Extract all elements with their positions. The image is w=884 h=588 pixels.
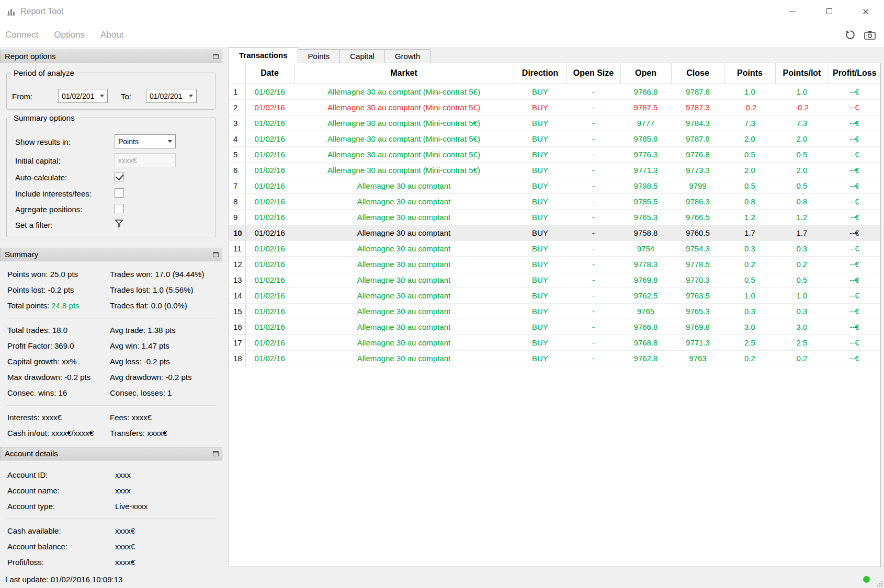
transaction-row-8[interactable]: 801/02/16Allemagne 30 au comptantBUY-978… bbox=[229, 193, 880, 209]
cell-market: Allemagne 30 au comptant bbox=[294, 319, 514, 335]
cell-profit: --€ bbox=[829, 131, 880, 146]
resize-grip[interactable] bbox=[877, 581, 883, 587]
transaction-row-11[interactable]: 1101/02/16Allemagne 30 au comptantBUY-97… bbox=[229, 240, 880, 256]
menu-about[interactable]: About bbox=[100, 30, 123, 40]
cell-close: 9787.8 bbox=[671, 131, 724, 146]
cell-market: Allemagne 30 au comptant bbox=[294, 209, 514, 225]
account-field-label: Cash available: bbox=[7, 523, 115, 539]
auto-calculate-checkbox[interactable] bbox=[115, 172, 124, 181]
cell-open_size: - bbox=[566, 225, 620, 240]
show-results-value: Points bbox=[118, 137, 139, 146]
minimize-button[interactable] bbox=[774, 0, 811, 22]
cell-points_lot: 3.0 bbox=[775, 319, 829, 335]
cell-close: 9771.3 bbox=[671, 335, 724, 350]
cell-open: 9786.8 bbox=[620, 84, 671, 99]
column-header-market[interactable]: Market bbox=[294, 63, 514, 84]
include-interests-checkbox[interactable] bbox=[115, 188, 124, 198]
agregate-positions-checkbox[interactable] bbox=[115, 204, 124, 213]
transaction-row-13[interactable]: 1301/02/16Allemagne 30 au comptantBUY-97… bbox=[229, 272, 880, 287]
summary-stat: Capital growth: xx% bbox=[7, 354, 110, 370]
menu-connect[interactable]: Connect bbox=[5, 30, 38, 40]
cell-market: Allemagne 30 au comptant (Mini-contrat 5… bbox=[294, 162, 514, 178]
column-header-open[interactable]: Open bbox=[620, 63, 671, 84]
filter-icon[interactable] bbox=[114, 218, 124, 228]
transaction-row-2[interactable]: 201/02/16Allemagne 30 au comptant (Mini-… bbox=[229, 99, 880, 115]
cell-open: 9754 bbox=[620, 240, 671, 256]
transaction-row-15[interactable]: 1501/02/16Allemagne 30 au comptantBUY-97… bbox=[229, 303, 880, 319]
transaction-row-17[interactable]: 1701/02/16Allemagne 30 au comptantBUY-97… bbox=[229, 335, 880, 350]
transaction-row-14[interactable]: 1401/02/16Allemagne 30 au comptantBUY-97… bbox=[229, 287, 880, 303]
to-date-combobox[interactable]: 01/02/201 bbox=[146, 89, 197, 103]
column-header-points[interactable]: Points bbox=[724, 63, 775, 84]
column-header-profit-loss[interactable]: Profit/Loss bbox=[829, 63, 880, 84]
show-results-combobox[interactable]: Points bbox=[115, 134, 176, 148]
cell-profit: --€ bbox=[829, 303, 880, 319]
row-number: 11 bbox=[229, 240, 245, 256]
maximize-button[interactable] bbox=[811, 0, 847, 22]
cell-market: Allemagne 30 au comptant (Mini-contrat 5… bbox=[294, 131, 514, 146]
cell-open_size: - bbox=[566, 131, 620, 146]
cell-close: 9770.3 bbox=[671, 272, 724, 287]
transaction-row-4[interactable]: 401/02/16Allemagne 30 au comptant (Mini-… bbox=[229, 131, 880, 146]
column-header-close[interactable]: Close bbox=[671, 63, 724, 84]
cell-open: 9776.3 bbox=[620, 146, 671, 162]
column-header-points-lot[interactable]: Points/lot bbox=[775, 63, 829, 84]
cell-open: 9769.8 bbox=[620, 272, 671, 287]
column-header-open-size[interactable]: Open Size bbox=[566, 63, 620, 84]
summary-stat: Cash in/out: xxxx€/xxxx€ bbox=[7, 425, 110, 441]
from-date-value: 01/02/201 bbox=[62, 92, 94, 100]
transaction-row-9[interactable]: 901/02/16Allemagne 30 au comptantBUY-976… bbox=[229, 209, 880, 225]
cell-open: 9762.8 bbox=[620, 350, 671, 366]
cell-points_lot: 1.7 bbox=[775, 225, 829, 240]
cell-points: -0.2 bbox=[724, 99, 775, 115]
float-panel-icon[interactable] bbox=[213, 54, 219, 59]
transaction-row-10[interactable]: 1001/02/16Allemagne 30 au comptantBUY-97… bbox=[229, 225, 880, 240]
cell-direction: BUY bbox=[514, 162, 566, 178]
transaction-row-5[interactable]: 501/02/16Allemagne 30 au comptant (Mini-… bbox=[229, 146, 880, 162]
float-panel-icon[interactable] bbox=[213, 451, 219, 456]
cell-profit: --€ bbox=[829, 146, 880, 162]
tab-growth[interactable]: Growth bbox=[384, 49, 430, 63]
cell-points: 2.0 bbox=[724, 131, 775, 146]
tab-points[interactable]: Points bbox=[298, 49, 341, 63]
cell-profit: --€ bbox=[829, 350, 880, 366]
from-date-combobox[interactable]: 01/02/201 bbox=[58, 89, 108, 103]
close-button[interactable]: × bbox=[847, 0, 884, 22]
tab-capital[interactable]: Capital bbox=[339, 49, 385, 63]
transaction-row-16[interactable]: 1601/02/16Allemagne 30 au comptantBUY-97… bbox=[229, 319, 880, 335]
titlebar: Report Tool × bbox=[0, 0, 884, 22]
cell-date: 01/02/16 bbox=[245, 162, 294, 178]
cell-points_lot: 1.0 bbox=[775, 287, 829, 303]
cell-direction: BUY bbox=[514, 178, 566, 193]
cell-points_lot: 2.0 bbox=[775, 131, 829, 146]
cell-market: Allemagne 30 au comptant (Mini-contrat 5… bbox=[294, 146, 514, 162]
float-panel-icon[interactable] bbox=[213, 252, 219, 257]
menu-items: ConnectOptionsAbout bbox=[5, 30, 139, 40]
tab-transactions[interactable]: Transactions bbox=[229, 47, 298, 63]
app-icon bbox=[6, 7, 16, 16]
period-groupbox-title: Period of analyze bbox=[11, 68, 77, 77]
transaction-row-12[interactable]: 1201/02/16Allemagne 30 au comptantBUY-97… bbox=[229, 256, 880, 272]
menu-options[interactable]: Options bbox=[54, 30, 85, 40]
cell-date: 01/02/16 bbox=[245, 350, 294, 366]
cell-open: 9765.3 bbox=[620, 209, 671, 225]
transaction-row-3[interactable]: 301/02/16Allemagne 30 au comptant (Mini-… bbox=[229, 115, 880, 131]
column-header-direction[interactable]: Direction bbox=[514, 63, 566, 84]
cell-date: 01/02/16 bbox=[245, 193, 294, 209]
report-options-title: Report options bbox=[5, 52, 56, 61]
cell-date: 01/02/16 bbox=[245, 303, 294, 319]
row-number: 13 bbox=[229, 272, 245, 287]
cell-open_size: - bbox=[566, 178, 620, 193]
cell-open: 9768.8 bbox=[620, 335, 671, 350]
camera-icon[interactable] bbox=[864, 30, 876, 40]
transaction-row-6[interactable]: 601/02/16Allemagne 30 au comptant (Mini-… bbox=[229, 162, 880, 178]
column-header-date[interactable]: Date bbox=[245, 63, 294, 84]
transaction-row-7[interactable]: 701/02/16Allemagne 30 au comptantBUY-979… bbox=[229, 178, 880, 193]
refresh-icon[interactable] bbox=[845, 29, 856, 40]
transaction-row-1[interactable]: 101/02/16Allemagne 30 au comptant (Mini-… bbox=[229, 84, 880, 99]
cell-profit: --€ bbox=[829, 335, 880, 350]
cell-points_lot: -0.2 bbox=[775, 99, 829, 115]
cell-date: 01/02/16 bbox=[245, 272, 294, 287]
cell-points: 0.8 bbox=[724, 193, 775, 209]
transaction-row-18[interactable]: 1801/02/16Allemagne 30 au comptantBUY-97… bbox=[229, 350, 880, 366]
